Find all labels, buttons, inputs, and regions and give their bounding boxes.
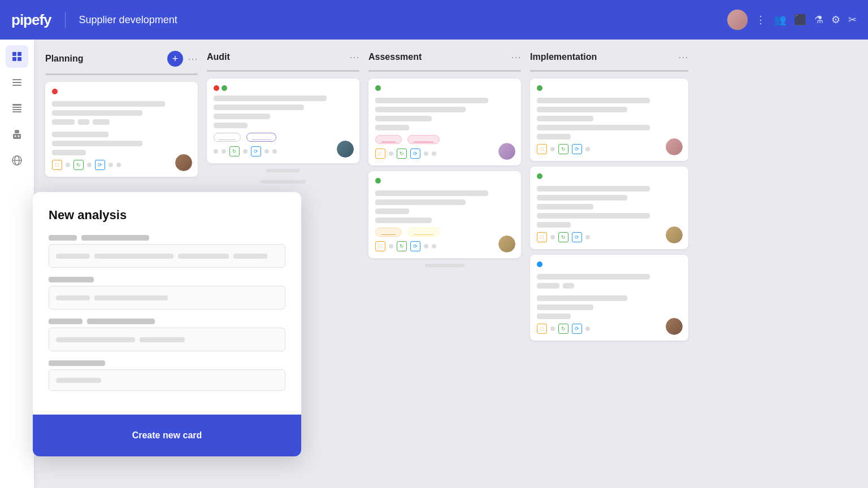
scroll-indicator [266,169,300,172]
field-label-skel [49,235,77,241]
skeleton-line [214,95,327,101]
svg-rect-3 [18,57,21,61]
card-icons: □ ↻ ⟳ [375,241,514,251]
more-icon[interactable]: ⋮ [756,14,766,26]
skeleton-line [537,204,593,210]
icon-dot [389,151,393,156]
card-impl-1[interactable]: □ ↻ ⟳ [530,79,688,161]
icon-dot [585,147,590,151]
sidebar-item-table[interactable] [6,97,28,120]
icon-dot [389,244,393,249]
card-avatar [337,141,354,158]
sidebar-item-globe[interactable] [6,149,28,172]
svg-rect-6 [12,85,21,86]
card-dot-row [214,85,353,91]
card-assessment-2[interactable]: _____ _______ □ ↻ ⟳ [368,171,521,258]
left-sidebar [0,0,34,488]
skeleton-line [375,98,488,103]
filter-icon[interactable]: ⚗ [814,14,823,26]
skeleton-line [375,107,466,112]
scroll-indicator [425,264,465,267]
skeleton-line [52,110,142,116]
icon-green: ↻ [73,160,84,170]
skeleton-line [214,114,270,119]
card-icons: □ ↻ ⟳ [375,149,514,159]
sidebar-item-grid[interactable] [6,45,28,68]
svg-rect-0 [12,52,16,56]
card-assessment-1[interactable]: _____ _______ □ ↻ ⟳ [368,79,521,165]
input-skel [140,337,185,342]
input-skel [56,337,135,342]
icon-orange: □ [375,149,385,159]
column-more-implementation[interactable]: ⋯ [678,51,688,63]
card-impl-2[interactable]: □ ↻ ⟳ [530,167,688,249]
skeleton-line [537,222,571,228]
skeleton-line [375,125,409,130]
skeleton-line [52,101,165,107]
avatar-image [666,138,683,155]
card-icons: □ ↻ ⟳ [52,160,191,170]
icon-blue: ⟳ [572,324,582,334]
scroll-indicator [261,180,306,184]
skeleton-line [563,283,574,289]
card-tag-yellow: _______ [407,228,440,237]
sidebar-item-bot[interactable] [6,123,28,146]
column-title-implementation: Implementation [530,52,674,62]
icon-dot [264,149,269,154]
header-actions: ⋮ 👥 ⬛ ⚗ ⚙ ✂ [727,10,857,30]
sidebar-item-list[interactable] [6,71,28,94]
page-title: Supplier development [79,14,177,26]
svg-rect-1 [18,52,21,56]
create-new-card-button[interactable]: Create new card [33,415,301,456]
skeleton-line [537,304,593,310]
skeleton-line [375,190,488,196]
logo-area: pipefy Supplier development [11,11,177,29]
skeleton-line [537,125,650,130]
enter-icon[interactable]: ⬛ [794,14,806,26]
field-input-2[interactable] [49,286,285,310]
form-field-2 [49,277,285,310]
card-audit-1[interactable]: ______ _______ ↻ ⟳ [207,79,359,163]
card-impl-3[interactable]: □ ↻ ⟳ [530,255,688,341]
top-header: pipefy Supplier development ⋮ 👥 ⬛ ⚗ ⚙ ✂ [0,0,868,40]
skeleton-line [52,141,142,146]
field-input-4[interactable] [49,369,285,391]
column-title-audit: Audit [207,52,345,62]
icon-blue: ⟳ [410,241,420,251]
skeleton-line [375,116,432,121]
add-card-button-planning[interactable]: + [167,51,183,67]
svg-rect-12 [13,134,21,139]
card-dot-green [537,85,542,91]
icon-orange: □ [375,241,385,251]
icon-dot [243,149,248,154]
column-more-planning[interactable]: ⋯ [188,53,198,65]
column-header-assessment: Assessment ⋯ [368,51,521,63]
settings-icon[interactable]: ⚙ [831,14,840,26]
field-label-row-4 [49,360,285,366]
svg-rect-8 [12,107,21,108]
form-field-3 [49,319,285,351]
people-icon[interactable]: 👥 [774,14,786,26]
svg-rect-2 [12,57,16,61]
avatar-image [666,318,683,335]
column-underline-assessment [368,70,521,72]
avatar-image [498,143,515,160]
card-tag: ______ [214,133,241,142]
card-planning-1[interactable]: □ ↻ ⟳ [45,82,198,177]
skeleton-line [537,134,571,140]
card-icons: □ ↻ ⟳ [537,232,682,242]
skeleton-line [537,295,627,301]
card-icons: □ ↻ ⟳ [537,324,682,334]
column-more-assessment[interactable]: ⋯ [511,51,521,63]
form-field-1 [49,235,285,268]
icon-dot [272,149,277,154]
card-tag-orange: _____ [375,228,402,237]
column-more-audit[interactable]: ⋯ [349,51,359,63]
field-input-1[interactable] [49,244,285,268]
avatar[interactable] [727,10,748,30]
card-dot-green [222,85,227,91]
skeleton-line [93,119,110,125]
pin-icon[interactable]: ✂ [848,14,857,26]
field-input-3[interactable] [49,328,285,351]
svg-rect-5 [12,82,21,83]
